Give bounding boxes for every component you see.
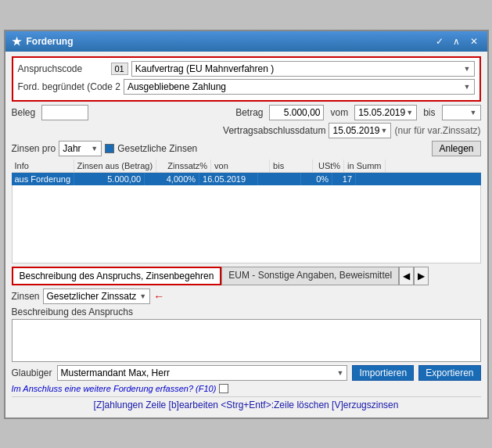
tab-eum[interactable]: EUM - Sonstige Angaben, Beweismittel	[221, 267, 399, 285]
titlebar: ★ Forderung ✓ ∧ ✕	[5, 31, 487, 52]
beleg-input[interactable]	[41, 105, 88, 120]
bis-dropdown-arrow: ▼	[470, 109, 477, 116]
col-header-info: Info	[12, 159, 74, 172]
forderung-dropdown-value: Ausgebliebene Zahlung	[127, 81, 226, 92]
vom-dropdown[interactable]: 15.05.2019 ▼	[354, 105, 417, 120]
titlebar-controls: ✓ ∧ ✕	[433, 34, 481, 48]
vertrags-label: Vertragsabschlussdatum	[223, 125, 325, 136]
glaubiger-row: Glaubiger Mustermandant Max, Herr ▼ Impo…	[12, 365, 481, 381]
cell-zinsen: 5.000,00	[74, 173, 145, 185]
cell-ust: 0%	[301, 173, 332, 185]
tab-beschreibung[interactable]: Beschreibung des Anspruchs, Zinsenbegehr…	[12, 267, 222, 285]
bis-value	[446, 107, 448, 118]
titlebar-left: ★ Forderung	[12, 35, 74, 48]
beschreibung-textarea[interactable]	[12, 319, 481, 362]
weitere-forderung-row: Im Anschluss eine weitere Forderung erfa…	[12, 384, 481, 393]
vertrags-dropdown-arrow: ▼	[381, 127, 388, 134]
col-header-summ: in Summ	[344, 159, 385, 172]
vom-value: 15.05.2019	[358, 107, 405, 118]
bis-label: bis	[423, 107, 435, 118]
forderung-dropdown-arrow: ▼	[464, 83, 471, 91]
forderung-window: ★ Forderung ✓ ∧ ✕ Anspruchscode 01 Kaufv…	[4, 30, 489, 419]
vertrags-value: 15.05.2019	[332, 125, 379, 136]
zinsen-pro-dropdown[interactable]: Jahr ▼	[59, 141, 102, 156]
tab-nav-left[interactable]: ◀	[399, 267, 414, 285]
betrag-label: Betrag	[235, 107, 263, 118]
zinsen-select[interactable]: Gesetzlicher Zinssatz ▼	[43, 289, 151, 304]
cell-bis	[258, 173, 301, 185]
cell-summ: 17	[332, 173, 356, 185]
forderung-row: Ford. begründet (Code 2 Ausgebliebene Za…	[18, 79, 475, 95]
anspruchscode-section: Anspruchscode 01 Kaufvertrag (EU Mahnver…	[12, 56, 481, 102]
zinsen-select-arrow: ▼	[139, 292, 146, 300]
col-header-von: von	[211, 159, 270, 172]
minimize-button[interactable]: ✓	[433, 34, 447, 48]
weitere-forderung-text: Im Anschluss eine weitere Forderung erfa…	[12, 384, 217, 393]
anspruchscode-dropdown-arrow: ▼	[464, 65, 471, 73]
close-button[interactable]: ✕	[467, 34, 481, 48]
forderung-dropdown[interactable]: Ausgebliebene Zahlung ▼	[124, 79, 475, 95]
glaubiger-dropdown-arrow: ▼	[337, 369, 344, 377]
anspruchscode-value: 01 Kaufvertrag (EU Mahnverfahren ) ▼	[111, 61, 475, 77]
vertrags-dropdown[interactable]: 15.05.2019 ▼	[329, 123, 391, 138]
beleg-label: Beleg	[12, 107, 36, 118]
star-icon: ★	[12, 35, 22, 48]
zinsen-table: Info Zinsen aus (Betrag) Zinssatz% von b…	[12, 159, 481, 263]
importieren-button[interactable]: Importieren	[352, 365, 414, 381]
beschreibung-label: Beschreibung des Anspruchs	[12, 306, 481, 317]
cell-info: aus Forderung	[12, 173, 75, 185]
table-row[interactable]: aus Forderung 5.000,00 4,000% 16.05.2019…	[12, 173, 481, 185]
anspruchscode-code: 01	[111, 63, 128, 75]
maximize-button[interactable]: ∧	[450, 34, 464, 48]
anspruchscode-label: Anspruchscode	[18, 63, 108, 74]
tab-section: Beschreibung des Anspruchs, Zinsenbegehr…	[12, 267, 481, 285]
weitere-forderung-checkbox[interactable]	[219, 384, 228, 393]
glaubiger-label: Glaubiger	[12, 367, 52, 378]
glaubiger-value: Mustermandant Max, Herr	[61, 367, 170, 378]
exportieren-button[interactable]: Exportieren	[418, 365, 480, 381]
zinsen-pro-value: Jahr	[63, 143, 81, 154]
zinsen-pro-row: Zinsen pro Jahr ▼ Gesetzliche Zinsen Anl…	[12, 141, 481, 156]
bis-dropdown[interactable]: ▼	[442, 105, 481, 120]
table-empty-area	[12, 185, 481, 263]
form-content: Anspruchscode 01 Kaufvertrag (EU Mahnver…	[5, 52, 487, 418]
cell-von: 16.05.2019	[199, 173, 258, 185]
col-header-bis: bis	[270, 159, 313, 172]
tab-eum-label: EUM - Sonstige Angaben, Beweismittel	[228, 270, 392, 281]
vertrags-hinweis: (nur für var.Zinssatz)	[394, 125, 480, 136]
glaubiger-dropdown[interactable]: Mustermandant Max, Herr ▼	[57, 365, 348, 381]
shortcut-bar: [Z]ahlungen Zeile [b]earbeiten <Strg+Ent…	[12, 396, 481, 413]
col-header-zinssatz: Zinssatz%	[156, 159, 211, 172]
zinsen-select-row: Zinsen Gesetzlicher Zinssatz ▼ ←	[12, 289, 481, 304]
beschreibung-section: Beschreibung des Anspruchs	[12, 306, 481, 362]
gesetzliche-zinsen-label: Gesetzliche Zinsen	[117, 143, 197, 154]
zinsen-label: Zinsen	[12, 291, 40, 302]
tab-nav-right[interactable]: ▶	[414, 267, 429, 285]
vertrags-row: Vertragsabschlussdatum 15.05.2019 ▼ (nur…	[12, 123, 481, 138]
tab-beschreibung-label: Beschreibung des Anspruchs, Zinsenbegehr…	[20, 271, 214, 281]
shortcut-text: [Z]ahlungen Zeile [b]earbeiten <Strg+Ent…	[94, 400, 399, 410]
table-header: Info Zinsen aus (Betrag) Zinssatz% von b…	[12, 159, 481, 173]
anspruchscode-dropdown[interactable]: Kaufvertrag (EU Mahnverfahren ) ▼	[131, 61, 475, 77]
anlegen-button[interactable]: Anlegen	[432, 141, 480, 156]
col-header-ust: USt%	[313, 159, 344, 172]
col-header-zinsen: Zinsen aus (Betrag)	[74, 159, 157, 172]
zinsen-pro-dropdown-arrow: ▼	[91, 145, 98, 152]
red-arrow-icon: ←	[153, 290, 164, 303]
zinsen-select-value: Gesetzlicher Zinssatz	[47, 291, 137, 302]
anspruchscode-dropdown-value: Kaufvertrag (EU Mahnverfahren )	[135, 63, 274, 74]
cell-zinssatz: 4,000%	[145, 173, 199, 185]
gesetzliche-zinsen-checkbox[interactable]	[105, 144, 114, 153]
window-title: Forderung	[27, 36, 74, 47]
beleg-betrag-row: Beleg Betrag 5.000,00 vom 15.05.2019 ▼ b…	[12, 105, 481, 120]
anspruchscode-row: Anspruchscode 01 Kaufvertrag (EU Mahnver…	[18, 61, 475, 77]
vom-label: vom	[330, 107, 348, 118]
vom-dropdown-arrow: ▼	[406, 109, 413, 116]
betrag-input[interactable]: 5.000,00	[269, 105, 324, 120]
zinsen-pro-label: Zinsen pro	[12, 143, 56, 154]
forderung-label: Ford. begründet (Code 2	[18, 81, 120, 92]
